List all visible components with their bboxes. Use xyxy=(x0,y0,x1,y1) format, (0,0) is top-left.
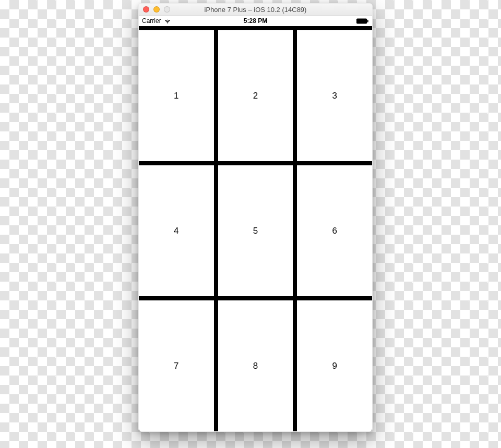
device-screen: Carrier 5:28 PM xyxy=(139,16,372,431)
wifi-icon xyxy=(164,18,171,23)
cell-label: 1 xyxy=(174,91,178,101)
cell-label: 2 xyxy=(253,91,258,101)
cell-label: 8 xyxy=(253,361,258,371)
cells-grid: 1 2 3 4 5 6 7 8 9 xyxy=(139,26,372,431)
grid-cell-2[interactable]: 2 xyxy=(218,30,293,161)
carrier-label: Carrier xyxy=(142,17,161,25)
grid-cell-4[interactable]: 4 xyxy=(139,165,214,296)
cell-label: 7 xyxy=(174,361,178,371)
cell-label: 4 xyxy=(174,226,178,236)
cell-label: 5 xyxy=(253,226,258,236)
svg-rect-1 xyxy=(367,20,368,22)
macos-titlebar[interactable]: iPhone 7 Plus – iOS 10.2 (14C89) xyxy=(139,4,372,16)
traffic-lights xyxy=(143,4,170,15)
status-time: 5:28 PM xyxy=(139,17,372,25)
grid-cell-5[interactable]: 5 xyxy=(218,165,293,296)
cell-label: 3 xyxy=(332,91,337,101)
status-right xyxy=(356,18,369,24)
battery-icon xyxy=(356,18,369,24)
svg-rect-0 xyxy=(356,18,367,23)
zoom-window-button[interactable] xyxy=(164,6,170,13)
cell-label: 9 xyxy=(332,361,337,371)
grid-cell-3[interactable]: 3 xyxy=(297,30,372,161)
grid-cell-8[interactable]: 8 xyxy=(218,300,293,431)
simulator-window: iPhone 7 Plus – iOS 10.2 (14C89) Carrier… xyxy=(138,3,373,432)
window-title: iPhone 7 Plus – iOS 10.2 (14C89) xyxy=(205,6,307,14)
grid-cell-1[interactable]: 1 xyxy=(139,30,214,161)
close-window-button[interactable] xyxy=(143,6,149,13)
ios-status-bar: Carrier 5:28 PM xyxy=(139,16,372,26)
transparency-background: iPhone 7 Plus – iOS 10.2 (14C89) Carrier… xyxy=(0,0,501,448)
grid-cell-9[interactable]: 9 xyxy=(297,300,372,431)
minimize-window-button[interactable] xyxy=(153,6,160,13)
grid-cell-6[interactable]: 6 xyxy=(297,165,372,296)
status-left: Carrier xyxy=(142,17,171,25)
grid-cell-7[interactable]: 7 xyxy=(139,300,214,431)
cell-label: 6 xyxy=(332,226,337,236)
